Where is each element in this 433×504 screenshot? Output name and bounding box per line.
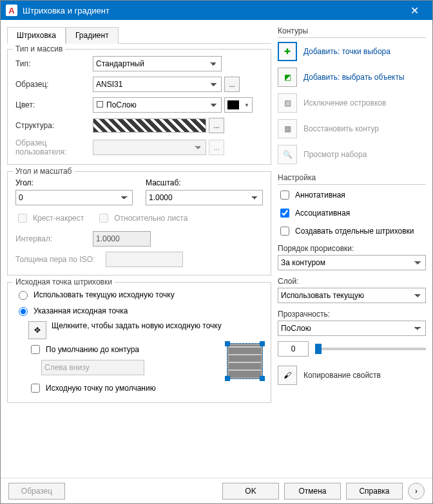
footer: Образец OK Отмена Справка › [1, 478, 432, 503]
pick-origin-hint: Щелкните, чтобы задать новую исходную то… [52, 321, 263, 330]
type-label: Тип: [15, 59, 93, 68]
scale-label: Масштаб: [146, 178, 263, 187]
pick-points-button[interactable]: ✚ [278, 42, 297, 61]
brush-icon: 🖌 [284, 371, 291, 380]
custom-pattern-label: Образец пользователя: [15, 138, 93, 156]
background-color-dropdown[interactable]: ▼ [224, 97, 253, 113]
select-objects-label: Добавить: выбрать объекты [303, 73, 405, 82]
color-label: Цвет: [15, 100, 93, 109]
pattern-label: Образец: [15, 80, 93, 89]
transparency-label: Прозрачность: [278, 310, 426, 319]
help-button[interactable]: Справка [346, 483, 403, 499]
tab-bar: Штриховка Градиент [7, 26, 271, 44]
remove-icon: ▨ [284, 98, 291, 107]
color-swatch-icon [97, 101, 103, 107]
swatch-label: Структура: [15, 121, 93, 130]
pick-origin-button[interactable]: ✥ [28, 321, 46, 339]
select-icon: ◩ [284, 73, 291, 82]
spacing-label: Интервал: [15, 234, 93, 243]
iso-pen-label: Толщина пера по ISO: [15, 255, 106, 264]
type-pattern-group: Тип и массив Тип: Стандартный Образец: A… [7, 49, 271, 165]
angle-select[interactable]: 0 [15, 190, 133, 205]
origin-preview [227, 343, 263, 379]
remove-islands-label: Исключение островков [303, 98, 386, 107]
transparency-value-input[interactable] [278, 341, 309, 357]
layer-select[interactable]: Использовать текущую [278, 288, 426, 303]
close-button[interactable]: ✕ [401, 1, 427, 20]
remove-islands-button: ▨ [278, 93, 297, 113]
draw-order-label: Порядок прорисовки: [278, 244, 426, 253]
angle-scale-group: Угол и масштаб Угол: 0 Масштаб: 1.0000 К… [7, 171, 271, 275]
double-checkbox: Крест-накрест [15, 212, 84, 225]
annotative-checkbox[interactable]: Аннотативная [278, 189, 426, 201]
origin-group-title: Исходная точка штриховки [13, 277, 115, 286]
custom-pattern-select [93, 140, 206, 155]
pattern-swatch-browse[interactable]: ... [209, 118, 224, 133]
app-icon: A [6, 5, 17, 16]
inherit-properties-button[interactable]: 🖌 [278, 366, 297, 385]
angle-label: Угол: [15, 178, 133, 187]
type-group-title: Тип и массив [13, 44, 65, 53]
inherit-label: Копирование свойств [303, 371, 381, 380]
specified-origin-radio[interactable]: Указанная исходная точка [15, 305, 263, 316]
default-boundary-checkbox[interactable]: По умолчанию до контура [28, 343, 218, 356]
preview-button: Образец [8, 483, 65, 499]
color-select[interactable]: ПоСлою [93, 97, 222, 113]
options-title: Настройка [278, 173, 426, 185]
boundaries-title: Контуры [278, 26, 426, 38]
window-title: Штриховка и градиент [23, 6, 401, 15]
angle-group-title: Угол и масштаб [13, 167, 74, 176]
tab-gradient[interactable]: Градиент [66, 27, 119, 44]
pattern-browse-button[interactable]: ... [224, 77, 240, 92]
plus-icon: ✚ [284, 47, 291, 56]
cancel-button[interactable]: Отмена [284, 483, 341, 499]
spacing-input [93, 231, 151, 247]
layer-label: Слой: [278, 277, 426, 286]
pattern-swatch[interactable] [93, 118, 206, 133]
recreate-label: Восстановить контур [303, 124, 379, 133]
custom-pattern-browse: ... [209, 140, 224, 155]
recreate-boundary-button: ▦ [278, 119, 297, 138]
tab-hatch[interactable]: Штриховка [7, 27, 66, 44]
view-selection-button: 🔍 [278, 145, 297, 164]
origin-corner-select: Слева внизу [41, 360, 144, 375]
origin-group: Исходная точка штриховки Использовать те… [7, 282, 271, 403]
scale-select[interactable]: 1.0000 [146, 190, 263, 205]
pick-points-label: Добавить: точки выбора [303, 47, 390, 56]
view-selection-label: Просмотр набора [303, 150, 367, 159]
select-objects-button[interactable]: ◩ [278, 68, 297, 87]
separate-hatches-checkbox[interactable]: Создавать отдельные штриховки [278, 225, 426, 238]
transparency-select[interactable]: ПоСлою [278, 321, 426, 336]
type-select[interactable]: Стандартный [93, 56, 222, 71]
relative-paper-checkbox: Относительно листа [97, 212, 188, 225]
iso-pen-select [106, 252, 183, 267]
magnifier-icon: 🔍 [283, 150, 293, 159]
title-bar: A Штриховка и градиент ✕ [1, 1, 432, 20]
associative-checkbox[interactable]: Ассоциативная [278, 207, 426, 219]
pattern-select[interactable]: ANSI31 [93, 77, 222, 92]
use-current-origin-radio[interactable]: Использовать текущую исходную точку [15, 289, 263, 300]
crosshair-icon: ✥ [34, 326, 41, 335]
store-default-checkbox[interactable]: Исходную точку по умолчанию [28, 382, 218, 395]
draw-order-select[interactable]: За контуром [278, 255, 426, 270]
expand-button[interactable]: › [408, 483, 425, 499]
ok-button[interactable]: OK [222, 483, 279, 499]
transparency-slider[interactable] [315, 348, 426, 350]
chevron-right-icon: › [415, 487, 418, 496]
recreate-icon: ▦ [284, 124, 291, 133]
